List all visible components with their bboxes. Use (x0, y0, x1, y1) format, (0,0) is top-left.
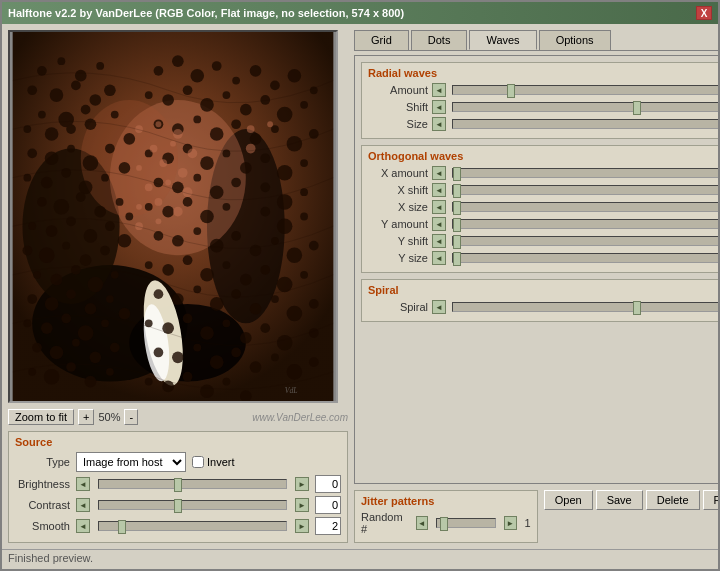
smooth-left-arrow[interactable]: ◄ (76, 519, 90, 533)
tab-options[interactable]: Options (539, 30, 611, 50)
spiral-slider[interactable] (452, 302, 718, 312)
svg-point-47 (84, 229, 98, 243)
contrast-right-arrow[interactable]: ► (295, 498, 309, 512)
y-amount-left-arrow[interactable]: ◄ (432, 217, 446, 231)
svg-point-44 (28, 222, 36, 230)
svg-point-182 (200, 384, 214, 398)
svg-point-183 (223, 378, 231, 386)
spiral-row: Spiral ◄ ► 0 (368, 300, 718, 314)
random-slider[interactable] (436, 518, 496, 528)
svg-point-27 (27, 149, 37, 159)
svg-point-126 (145, 203, 153, 211)
svg-point-124 (277, 194, 293, 210)
smooth-right-arrow[interactable]: ► (295, 519, 309, 533)
zoom-in-button[interactable]: + (78, 409, 94, 425)
x-amount-slider[interactable] (452, 168, 718, 178)
tab-waves[interactable]: Waves (469, 30, 536, 50)
svg-point-186 (156, 121, 162, 127)
zoom-out-button[interactable]: - (124, 409, 138, 425)
svg-point-71 (119, 308, 131, 320)
brightness-slider[interactable] (98, 479, 287, 489)
brightness-right-arrow[interactable]: ► (295, 477, 309, 491)
close-button[interactable]: X (696, 6, 712, 20)
svg-point-25 (85, 118, 97, 130)
svg-point-59 (88, 277, 104, 293)
shift-slider[interactable] (452, 102, 718, 112)
svg-point-39 (37, 197, 47, 207)
x-shift-left-arrow[interactable]: ◄ (432, 183, 446, 197)
buttons-row1: Open Save Delete Reset ? Cancel OK (544, 490, 718, 510)
contrast-left-arrow[interactable]: ◄ (76, 498, 90, 512)
svg-point-84 (190, 69, 204, 83)
x-shift-slider[interactable] (452, 185, 718, 195)
x-size-slider[interactable] (452, 202, 718, 212)
x-size-left-arrow[interactable]: ◄ (432, 200, 446, 214)
zoom-to-fit-button[interactable]: Zoom to fit (8, 409, 74, 425)
svg-point-51 (39, 248, 55, 264)
svg-point-18 (38, 111, 46, 119)
size-slider[interactable] (452, 119, 718, 129)
svg-point-200 (247, 125, 255, 133)
x-shift-row: X shift ◄ ► 0 (368, 183, 718, 197)
svg-point-167 (260, 323, 270, 333)
svg-point-154 (193, 285, 201, 293)
x-amount-left-arrow[interactable]: ◄ (432, 166, 446, 180)
svg-point-102 (193, 116, 201, 124)
size-left-arrow[interactable]: ◄ (432, 117, 446, 131)
svg-point-131 (260, 207, 270, 217)
smooth-slider[interactable] (98, 521, 287, 531)
svg-point-67 (41, 322, 53, 334)
y-size-left-arrow[interactable]: ◄ (432, 251, 446, 265)
spiral-left-arrow[interactable]: ◄ (432, 300, 446, 314)
brightness-left-arrow[interactable]: ◄ (76, 477, 90, 491)
svg-point-87 (250, 65, 262, 77)
smooth-value[interactable]: 2 (315, 517, 341, 535)
amount-slider[interactable] (452, 85, 718, 95)
y-shift-slider[interactable] (452, 236, 718, 246)
svg-point-119 (172, 182, 184, 194)
open-button[interactable]: Open (544, 490, 593, 510)
invert-checkbox[interactable] (192, 456, 204, 468)
svg-point-79 (66, 362, 76, 372)
svg-point-37 (101, 174, 109, 182)
source-type-select[interactable]: Image from host (76, 452, 186, 472)
shift-left-arrow[interactable]: ◄ (432, 100, 446, 114)
svg-point-198 (155, 198, 163, 206)
contrast-value[interactable]: 0 (315, 496, 341, 514)
svg-point-57 (51, 274, 63, 286)
y-amount-slider[interactable] (452, 219, 718, 229)
save-button[interactable]: Save (596, 490, 643, 510)
svg-point-14 (27, 85, 37, 95)
contrast-label: Contrast (15, 499, 70, 511)
brightness-value[interactable]: 0 (315, 475, 341, 493)
right-panel: Grid Dots Waves Options Radial waves Amo… (354, 30, 718, 543)
svg-point-146 (200, 268, 214, 282)
svg-point-177 (287, 364, 303, 380)
status-bar: Finished preview. (2, 549, 718, 569)
tab-dots[interactable]: Dots (411, 30, 468, 50)
shift-row: Shift ◄ ► 108 (368, 100, 718, 114)
svg-point-107 (287, 136, 303, 152)
tab-grid[interactable]: Grid (354, 30, 409, 50)
delete-button[interactable]: Delete (646, 490, 700, 510)
contrast-slider[interactable] (98, 500, 287, 510)
y-size-slider[interactable] (452, 253, 718, 263)
svg-point-55 (118, 234, 132, 248)
svg-point-38 (119, 162, 131, 174)
svg-point-116 (277, 165, 293, 181)
svg-point-169 (309, 328, 319, 338)
svg-point-201 (267, 121, 273, 127)
reset-button[interactable]: Reset (703, 490, 719, 510)
random-right-arrow[interactable]: ► (504, 516, 517, 530)
svg-point-187 (173, 129, 183, 139)
svg-point-82 (154, 66, 164, 76)
svg-point-149 (260, 265, 270, 275)
svg-point-78 (44, 369, 60, 385)
y-shift-left-arrow[interactable]: ◄ (432, 234, 446, 248)
random-left-arrow[interactable]: ◄ (416, 516, 429, 530)
svg-point-70 (101, 319, 109, 327)
svg-point-65 (106, 295, 114, 303)
amount-left-arrow[interactable]: ◄ (432, 83, 446, 97)
svg-point-143 (145, 261, 153, 269)
svg-point-158 (271, 295, 279, 303)
